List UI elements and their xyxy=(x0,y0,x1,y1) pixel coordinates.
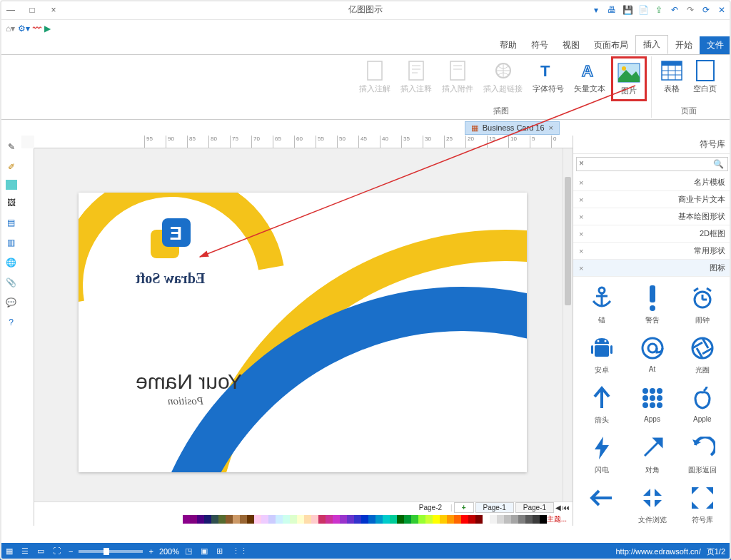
palette-swatch[interactable] xyxy=(340,515,347,524)
palette-swatch[interactable] xyxy=(511,515,518,524)
tab-page-layout[interactable]: 页面布局 xyxy=(587,36,635,54)
palette-swatch[interactable] xyxy=(261,515,268,524)
help-tool-icon[interactable]: ? xyxy=(4,315,19,330)
palette-swatch[interactable] xyxy=(276,515,283,524)
palette-swatch[interactable] xyxy=(233,515,240,524)
palette-swatch[interactable] xyxy=(190,515,197,524)
symbol-android[interactable]: 安卓 xyxy=(578,331,626,378)
palette-swatch[interactable] xyxy=(504,515,511,524)
palette-swatch[interactable] xyxy=(304,515,311,524)
qat-dropdown-icon[interactable]: ▾ xyxy=(590,4,603,16)
cat-close-icon[interactable]: × xyxy=(579,247,583,255)
symbol-at[interactable]: At xyxy=(627,331,676,378)
palette-swatch[interactable] xyxy=(204,515,211,524)
symbol-expand[interactable]: 符号库 xyxy=(678,481,727,526)
palette-swatch[interactable] xyxy=(475,515,483,524)
first-page-icon[interactable]: ⏮ xyxy=(563,504,570,511)
palette-swatch[interactable] xyxy=(447,515,454,524)
palette-swatch[interactable] xyxy=(518,515,525,524)
print-icon[interactable]: 🖶 xyxy=(605,4,618,16)
list-view-icon[interactable]: ☰ xyxy=(21,546,31,556)
comment-button[interactable]: 插入注解 xyxy=(355,56,395,97)
palette-swatch[interactable] xyxy=(297,515,304,524)
palette-swatch[interactable] xyxy=(283,515,290,524)
palette-swatch[interactable] xyxy=(268,515,276,524)
palette-swatch[interactable] xyxy=(397,515,404,524)
panel-close-icon[interactable]: × xyxy=(579,158,584,168)
save-icon[interactable]: 💾 xyxy=(621,4,634,16)
picture-button[interactable]: 图片 xyxy=(611,56,647,101)
close-doc-icon[interactable]: ✕ xyxy=(715,4,728,16)
maximize-button[interactable]: □ xyxy=(21,1,43,19)
shape-tool-icon[interactable] xyxy=(6,180,17,190)
tab-file[interactable]: 文件 xyxy=(700,36,731,54)
zoom-slider[interactable] xyxy=(79,550,143,553)
close-window-button[interactable]: × xyxy=(43,1,64,19)
symbol-bolt[interactable]: 闪电 xyxy=(578,431,626,478)
symbol-arc-back[interactable]: 圆形返回 xyxy=(678,431,727,478)
palette-swatch[interactable] xyxy=(468,515,475,524)
palette-swatch[interactable] xyxy=(183,515,190,524)
palette-swatch[interactable] xyxy=(347,515,354,524)
symbol-alert[interactable]: 警告 xyxy=(627,281,676,328)
palette-swatch[interactable] xyxy=(525,515,533,524)
page-tab-1[interactable]: Page-1 xyxy=(475,502,514,513)
palette-swatch[interactable] xyxy=(354,515,361,524)
gear-icon[interactable]: ⚙▾ xyxy=(18,24,30,34)
search-icon[interactable]: 🔍 xyxy=(713,159,724,169)
attach-tool-icon[interactable]: 📎 xyxy=(4,275,19,290)
prev-page-icon[interactable]: ◀ xyxy=(555,504,561,511)
symbols-search-input[interactable] xyxy=(576,157,728,171)
doc-tab-close-icon[interactable]: × xyxy=(549,123,553,132)
palette-swatch[interactable] xyxy=(411,515,418,524)
symbol-diagonal[interactable]: 对角 xyxy=(627,431,676,478)
tab-view[interactable]: 视图 xyxy=(555,36,587,54)
home-icon[interactable]: ⌂▾ xyxy=(6,24,15,34)
table-button[interactable]: 表格 xyxy=(656,56,687,97)
symbol-arrow-left[interactable] xyxy=(578,481,626,526)
cat-close-icon[interactable]: × xyxy=(579,213,583,221)
palette-swatch[interactable] xyxy=(326,515,333,524)
palette-swatch[interactable] xyxy=(247,515,254,524)
palette-swatch[interactable] xyxy=(361,515,368,524)
tab-symbols[interactable]: 符号 xyxy=(524,36,555,54)
palette-swatch[interactable] xyxy=(433,515,440,524)
category-2d-blocks[interactable]: 2D框图× xyxy=(573,225,731,243)
tab-help[interactable]: 帮助 xyxy=(493,36,524,54)
palette-swatch[interactable] xyxy=(226,515,233,524)
blank-page-button[interactable]: 空白页 xyxy=(689,56,721,97)
document-tab[interactable]: ▦ Business Card 16 × xyxy=(465,121,560,135)
palette-swatch[interactable] xyxy=(383,515,390,524)
palette-swatch[interactable] xyxy=(440,515,447,524)
palette-swatch[interactable] xyxy=(375,515,383,524)
category-icons[interactable]: 图标× xyxy=(573,260,731,277)
scribble-icon[interactable]: 〰 xyxy=(33,24,41,34)
refresh-icon[interactable]: ⟳ xyxy=(700,4,712,16)
tab-insert[interactable]: 插入 xyxy=(635,35,668,54)
symbol-apple[interactable]: Apple xyxy=(678,381,727,428)
palette-swatch[interactable] xyxy=(240,515,247,524)
vector-text-button[interactable]: A 矢量文本 xyxy=(570,56,610,97)
scrollbar-thumb[interactable] xyxy=(565,177,571,305)
symbol-collapse[interactable]: 文件浏览 xyxy=(627,481,676,526)
grid-view-icon[interactable]: ▦ xyxy=(6,546,16,556)
palette-swatch[interactable] xyxy=(290,515,297,524)
palette-swatch[interactable] xyxy=(333,515,340,524)
play-icon[interactable]: ▶ xyxy=(44,24,51,34)
category-card-templates[interactable]: 名片模板× xyxy=(573,174,731,191)
category-common-shapes[interactable]: 常用形状× xyxy=(573,243,731,260)
cat-close-icon[interactable]: × xyxy=(579,264,583,273)
status-icon-4[interactable]: ⋮⋮ xyxy=(232,546,242,556)
draw-tool-icon[interactable]: ✐ xyxy=(4,160,19,174)
vertical-scrollbar[interactable] xyxy=(563,148,573,502)
palette-swatch[interactable] xyxy=(497,515,504,524)
full-view-icon[interactable]: ⛶ xyxy=(53,546,63,556)
category-business-text[interactable]: 商业卡片文本× xyxy=(573,191,731,208)
fit-view-icon[interactable]: ▭ xyxy=(37,546,47,556)
cat-close-icon[interactable]: × xyxy=(579,178,583,187)
page-tab-2[interactable]: Page-2 xyxy=(412,503,449,512)
note-button[interactable]: 插入注释 xyxy=(396,56,436,97)
zoom-thumb[interactable] xyxy=(104,548,109,555)
export-icon[interactable]: ⇪ xyxy=(652,4,665,16)
palette-swatch[interactable] xyxy=(425,515,433,524)
